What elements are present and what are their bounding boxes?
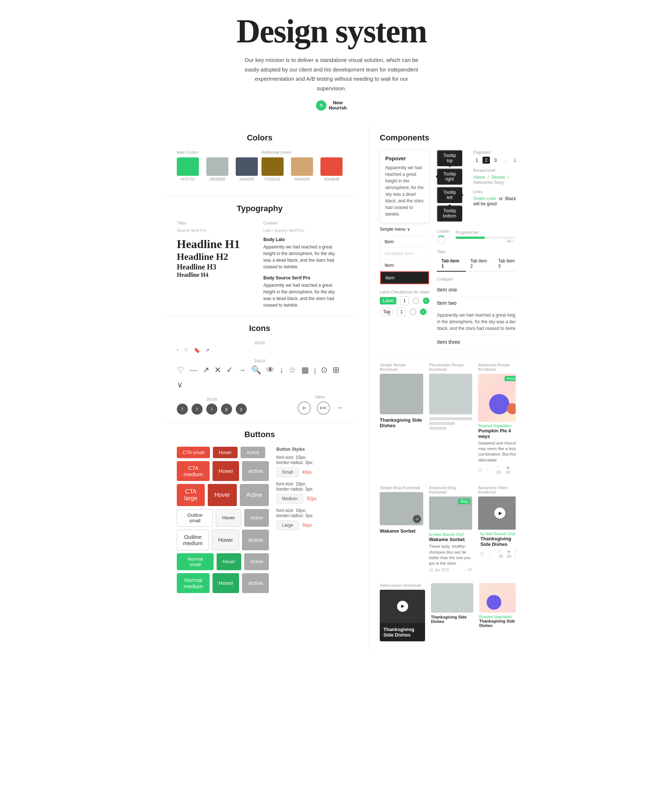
button-demos: CTA small Hover Active CTA medium Hover … [177, 447, 269, 596]
cta-medium-active[interactable]: Active [242, 461, 269, 481]
bookmark-icon: 🔖 [194, 347, 200, 353]
breadcrumb-stories[interactable]: Stories [492, 175, 505, 180]
normal-medium-button[interactable]: Normal medium [177, 573, 210, 593]
cta-medium-button[interactable]: CTA medium [177, 461, 210, 481]
collapse-header-3[interactable]: Item three ∨ [437, 336, 516, 349]
video-thumb-img: ▶ [478, 496, 516, 530]
checkbox-checked-2[interactable]: ✓ [420, 308, 427, 315]
outline-medium-hover[interactable]: Hover [212, 530, 239, 550]
menu-item-1[interactable]: Item [380, 236, 429, 248]
cta-large-hover[interactable]: Hover [208, 484, 237, 506]
line-icon: | [314, 365, 316, 375]
outline-medium-button[interactable]: Outline medium [177, 530, 209, 550]
popover-tooltip-row: Popover Apparently we had reached a grea… [380, 150, 516, 349]
outline-medium-active[interactable]: Active [242, 530, 269, 550]
cta-large-active[interactable]: Active [240, 484, 269, 506]
normal-small-button[interactable]: Normal small [177, 553, 213, 570]
blog-meta: 22 Jan 2025 ♡ 47 [429, 568, 472, 572]
green-link[interactable]: Green color [473, 196, 496, 201]
page-3[interactable]: 3 [492, 157, 499, 164]
menu-item-2[interactable]: Item [380, 259, 429, 271]
advanced-video-thumb: Advanced Video thumbnail ▶ by New Nouris… [478, 485, 516, 572]
cta-small-active[interactable]: Active [241, 447, 265, 458]
forward-icon[interactable]: ▶▶ [317, 401, 330, 415]
cta-medium-hover[interactable]: Hover [212, 461, 239, 481]
titles-label: Titles [177, 221, 256, 225]
normal-small-active[interactable]: Active [244, 553, 269, 570]
advanced-blog-img: Blog [429, 496, 472, 530]
tooltip-bottom-button[interactable]: Tooltip bottom [437, 205, 462, 222]
simple-recipe-label: Simple Recipe thumbnail [380, 363, 423, 371]
placeholder-recipe-thumb: Placeholder Recipe thumbnail [429, 363, 472, 475]
collapse-label: Collapse [437, 277, 516, 281]
page-1[interactable]: 1 [473, 157, 480, 164]
h2-demo: Headline H2 [177, 251, 256, 263]
video-actions: ☐ ··· ♡ 26 👁 39 ✉ 24 [480, 549, 516, 558]
page-2[interactable]: 2 [482, 157, 490, 164]
outline-small-active[interactable]: Active [244, 509, 269, 527]
normal-medium-hover[interactable]: Hover [212, 573, 239, 593]
tooltip-right-button[interactable]: Tooltip right [437, 169, 462, 185]
outline-small-hover[interactable]: Hover [216, 509, 241, 527]
menu-item-active[interactable]: Item [380, 271, 429, 284]
video-player-card: ▶ Thanksgiving Side Dishes [380, 590, 425, 641]
chevron-left-icon: ‹ [177, 347, 179, 353]
video-views: 👁 39 [507, 549, 511, 558]
cta-small-button[interactable]: CTA small [177, 447, 210, 458]
outline-small-button[interactable]: Outline small [177, 509, 213, 527]
label-row: Label 1 ✓ [380, 297, 430, 305]
recipe-dots-icon[interactable]: ··· [485, 468, 489, 472]
swatch-sand: #D4A540 [291, 157, 313, 182]
collapse-header-1[interactable]: Item one ∨ [437, 284, 516, 297]
video-bookmark[interactable]: ☐ [480, 551, 484, 556]
buttons-title: Buttons [177, 430, 343, 439]
blog-share-icon[interactable]: ↗ [413, 515, 421, 523]
swatch-dark: #4A5568 [236, 157, 258, 182]
video-dots[interactable]: ··· [488, 552, 491, 556]
page-24[interactable]: 24 [512, 157, 516, 164]
main-layout: Colors Main Colors #47F762 #B5B8B8 [147, 126, 516, 652]
buttons-section: Buttons CTA small Hover Active CTA mediu… [162, 422, 357, 603]
normal-medium-active[interactable]: Active [242, 573, 269, 593]
cta-small-hover[interactable]: Hover [213, 447, 238, 458]
body-serif-text: Apparently we had reached a great height… [264, 282, 343, 308]
tab-item-3[interactable]: Tab item 3 [493, 256, 516, 271]
collapse-header-2[interactable]: Item two ∧ [437, 297, 516, 310]
tab-item-1[interactable]: Tab item 1 [437, 256, 466, 272]
simple-blog-title: Wakame Sorbet [380, 528, 423, 534]
medium-px: 52px [307, 496, 316, 501]
typography-title: Typography [177, 204, 343, 213]
checkbox-empty-2[interactable] [409, 308, 416, 315]
icon-row-24: ♡ — ↗ ✕ ✓ → 🔍 👁 ↓ ☆ ▦ | ⊙ ⊞ ∨ [177, 365, 343, 390]
button-styles: Button Styles font-size: 15px;border-rad… [276, 447, 343, 596]
extra-thumbs: Thanksgiving Side Dishes Roasted Vegetab… [431, 583, 516, 641]
video-player-play[interactable]: ▶ [397, 601, 408, 612]
main-colors-group: Main Colors #47F762 #B5B8B8 #4A5568 [177, 150, 258, 189]
play-button-icon[interactable]: ▶ [298, 401, 311, 415]
video-play-btn[interactable]: ▶ [494, 507, 505, 519]
tooltip-left-button[interactable]: Tooltip left [437, 187, 462, 203]
long-arrow-icon: → [336, 404, 343, 412]
main-swatches: #47F762 #B5B8B8 #4A5568 [177, 157, 258, 182]
cta-large-button[interactable]: CTA large [177, 484, 205, 506]
num-badge-1: 1 [400, 297, 409, 305]
recipe-bookmark-icon[interactable]: ☐ [478, 467, 482, 472]
large-style-text: font-size: 16px;border-radius: 3px; [276, 508, 343, 518]
label-check-section: Label Checkboxes for steps Label 1 ✓ Tag… [380, 290, 430, 316]
breadcrumb-home[interactable]: Home [473, 175, 485, 180]
other-label: Other [298, 395, 343, 399]
simple-blog-img: ↗ [380, 492, 423, 525]
large-size-btn: Large [276, 520, 299, 530]
tab-item-2[interactable]: Tab item 2 [466, 256, 494, 271]
recipe-actions: ☐ ··· ♡ 26 👁 42 ✉ 84 [478, 465, 516, 474]
instagram-icon: i [206, 404, 217, 415]
page-dots: ... [501, 157, 510, 164]
recipe-badge: Recipe [505, 376, 516, 381]
advanced-recipe-thumb: Advanced Recipe thumbnail Recipe Roasted… [478, 363, 516, 475]
normal-small-hover[interactable]: Hover [217, 553, 241, 570]
checkbox-checked-1[interactable]: ✓ [423, 297, 430, 304]
simple-recipe-thumb: Simple Recipe thumbnail Thanksgiving Sid… [380, 363, 423, 475]
checkbox-empty-1[interactable] [412, 297, 419, 304]
color-red [320, 157, 343, 176]
tooltip-top-button[interactable]: Tooltip top [437, 150, 462, 166]
